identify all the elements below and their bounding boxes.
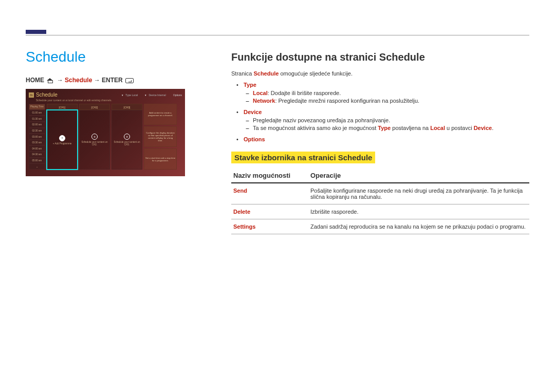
col-header-name: Naziv mogućnosti [231,169,308,183]
time-cell: 02:30 am [29,128,45,134]
shot-title: Schedule [36,92,58,98]
channel-3-column: [CH3] + Schedule your content on CH3. [112,104,142,170]
shot-subtitle: Schedule your content on a local channel… [36,99,182,102]
time-cell: 04:00 am [29,145,45,152]
text-accent: Type [378,125,391,131]
table-row: Delete Izbrišite rasporede. [231,204,529,219]
bullet-head: Options [244,136,265,142]
time-column: Playing Time 01:00 am 01:30 am 02:00 am … [29,104,45,170]
home-icon [47,78,54,83]
subsection-heading-wrap: Stavke izbornika na stranici Schedule [231,147,529,169]
top-divider [26,35,529,35]
bullet-device: Device Pregledajte naziv povezanog uređa… [238,109,529,131]
bullet-options: Options [238,136,529,142]
bullet-head: Device [244,109,262,115]
breadcrumb-enter: ENTER [102,77,123,84]
shot-header: 31 Schedule ▾ Type Local ▾ Device Intern… [29,92,182,98]
sub-network: Network: Pregledajte mrežni raspored kon… [253,98,529,104]
chevron-down-icon: ▾ [122,94,123,97]
time-cell: 03:30 am [29,140,45,146]
shot-device-label: Device Internal [149,94,165,97]
chevron-down-icon: ▾ [145,94,146,97]
page-title: Schedule [26,49,200,65]
subsection-heading: Stavke izbornika na stranici Schedule [231,152,375,163]
channel-1-column: [CH1] + + Add Programme [47,104,78,170]
breadcrumb-schedule: Schedule [65,77,92,84]
info-card: Add content to create a programme on a c… [144,104,177,125]
sub-device-line: Pregledajte naziv povezanog uređaja za p… [253,117,529,123]
text: u postavci [445,125,474,131]
row-desc: Pošaljite konfigurirane rasporede na nek… [308,183,529,204]
time-cell: 01:00 am [29,110,45,116]
info-cards-column: Add content to create a programme on a c… [144,104,177,170]
schedule-content-label: Schedule your content on CH2. [80,141,109,146]
row-name: Settings [231,219,308,234]
text-accent: Network [253,98,275,104]
plus-icon: + [91,134,98,140]
chevron-down-icon: ⌄ [29,163,45,170]
schedule-screenshot: 31 Schedule ▾ Type Local ▾ Device Intern… [26,89,185,176]
channel-header: [CH1] [47,104,78,110]
channel-header: [CH2] [79,104,110,110]
text: : Pregledajte mrežni raspored konfigurir… [275,98,419,104]
plus-icon: + [124,134,130,140]
sub-local: Local: Dodajte ili brišite rasporede. [253,90,529,96]
calendar-icon: 31 [29,92,34,98]
text-accent: Schedule [253,70,279,77]
text: . [492,125,493,131]
table-row: Send Pošaljite konfigurirane rasporede n… [231,183,529,204]
enter-icon [125,78,134,83]
shot-options: Options [173,94,182,97]
text: Ta se mogućnost aktivira samo ako je mog… [253,125,378,131]
row-name: Delete [231,204,308,219]
time-cell: 05:00 am [29,158,45,164]
text: omogućuje sljedeće funkcije. [279,70,353,77]
feature-bullets: Type Local: Dodajte ili brišite raspored… [238,82,529,142]
col-header-ops: Operacije [308,169,529,183]
playing-time-header: Playing Time [29,104,45,110]
breadcrumb: HOME → Schedule → ENTER [26,77,200,84]
time-cell: 01:30 am [29,116,45,122]
text: postavljena na [391,125,430,131]
channel-header: [CH3] [112,104,142,110]
schedule-content-label: Schedule your content on CH3. [112,141,142,146]
time-cell: 02:00 am [29,122,45,128]
text: Stranica [231,70,253,77]
time-cell: 03:00 am [29,134,45,140]
shot-type-label: Type Local [125,94,138,97]
brand-accent-bar [26,30,46,34]
bullet-type: Type Local: Dodajte ili brišite raspored… [238,82,529,104]
text: : Dodajte ili brišite rasporede. [268,90,341,96]
add-programme-label: + Add Programme [53,142,71,145]
breadcrumb-arrow: → [57,77,63,84]
text-accent: Local [253,90,268,96]
channel-2-column: [CH2] + Schedule your content on CH2. [79,104,110,170]
breadcrumb-arrow: → [94,77,100,84]
row-desc: Zadani sadržaj reproducira se na kanalu … [308,219,529,234]
row-name: Send [231,183,308,204]
sub-device-note: Ta se mogućnost aktivira samo ako je mog… [253,125,529,131]
text-accent: Local [430,125,445,131]
info-card: Configure the display duration so that s… [144,126,177,147]
info-card: Set a start time and a stop time for a p… [144,148,177,170]
row-desc: Izbrišite rasporede. [308,204,529,219]
text-accent: Device [474,125,492,131]
options-table: Naziv mogućnosti Operacije Send Pošaljit… [231,169,529,234]
plus-icon: + [59,135,65,141]
breadcrumb-home: HOME [26,77,44,84]
time-cell: 04:30 am [29,152,45,158]
section-heading: Funkcije dostupne na stranici Schedule [231,51,529,63]
table-row: Settings Zadani sadržaj reproducira se n… [231,219,529,234]
bullet-head: Type [244,82,256,88]
intro-line: Stranica Schedule omogućuje sljedeće fun… [231,70,529,77]
left-column: Schedule HOME → Schedule → ENTER 31 Sche… [26,49,200,176]
right-column: Funkcije dostupne na stranici Schedule S… [231,51,529,234]
